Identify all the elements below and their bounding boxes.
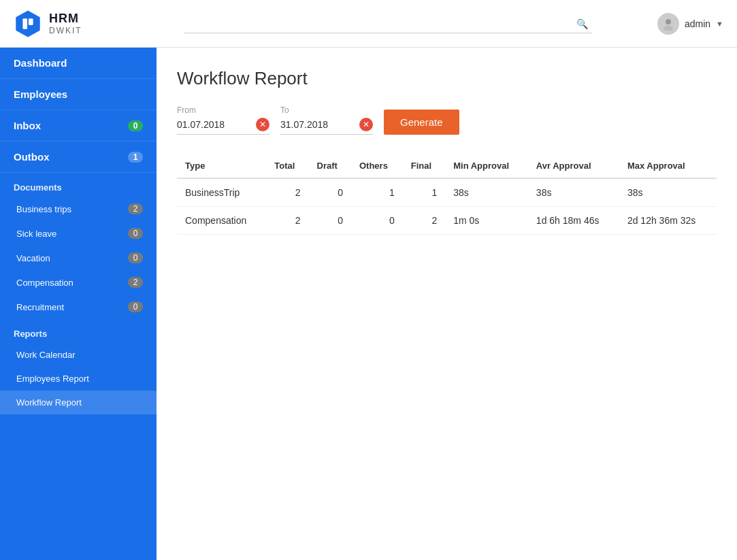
sidebar-item-employees[interactable]: Employees <box>0 79 157 110</box>
sidebar-item-label: Work Calendar <box>16 350 75 360</box>
svg-marker-0 <box>16 10 39 36</box>
sidebar-item-inbox[interactable]: Inbox 0 <box>0 110 157 142</box>
sidebar-item-label: Employees <box>14 88 67 100</box>
cell-max-approval: 38s <box>619 178 717 207</box>
from-input[interactable] <box>177 119 252 130</box>
sidebar-item-work-calendar[interactable]: Work Calendar <box>0 343 157 367</box>
header: HRM DWKIT 🔍 admin ▼ <box>0 0 737 48</box>
sidebar-section-documents: Documents <box>0 173 157 197</box>
cell-final: 2 <box>403 207 445 235</box>
main-layout: Dashboard Employees Inbox 0 Outbox 1 Doc… <box>0 48 737 560</box>
to-clear-button[interactable]: ✕ <box>359 118 373 131</box>
col-draft: Draft <box>309 154 351 178</box>
cell-min-approval: 1m 0s <box>445 207 528 235</box>
table-row: BusinessTrip 2 0 1 1 38s 38s 38s <box>177 178 717 207</box>
sidebar-item-label: Vacation <box>16 253 50 263</box>
cell-total: 2 <box>266 207 308 235</box>
to-label: To <box>280 105 373 115</box>
sidebar-item-label: Business trips <box>16 204 71 214</box>
search-input[interactable] <box>184 14 592 33</box>
sidebar-item-label: Outbox <box>14 151 50 163</box>
sick-leave-badge: 0 <box>128 228 143 239</box>
from-label: From <box>177 105 269 115</box>
from-clear-button[interactable]: ✕ <box>256 118 269 131</box>
report-table: Type Total Draft Others Final Min Approv… <box>177 154 717 235</box>
content-area: Workflow Report From ✕ To ✕ Generate <box>157 48 737 560</box>
business-trips-badge: 2 <box>128 203 143 214</box>
search-area: 🔍 <box>170 14 657 33</box>
sidebar: Dashboard Employees Inbox 0 Outbox 1 Doc… <box>0 48 157 560</box>
col-final: Final <box>403 154 445 178</box>
sidebar-item-label: Dashboard <box>14 57 67 69</box>
sidebar-item-employees-report[interactable]: Employees Report <box>0 367 157 391</box>
sidebar-item-outbox[interactable]: Outbox 1 <box>0 142 157 173</box>
svg-point-3 <box>666 19 671 24</box>
sidebar-item-workflow-report[interactable]: Workflow Report <box>0 391 157 414</box>
cell-final: 1 <box>403 178 445 207</box>
cell-draft: 0 <box>309 178 351 207</box>
col-max-approval: Max Approval <box>619 154 717 178</box>
user-menu[interactable]: admin ▼ <box>657 13 723 35</box>
cell-avr-approval: 38s <box>528 178 619 207</box>
logo-hrm: HRM <box>49 12 82 27</box>
sidebar-item-label: Employees Report <box>16 374 89 384</box>
recruitment-badge: 0 <box>128 301 143 312</box>
sidebar-item-dashboard[interactable]: Dashboard <box>0 48 157 79</box>
svg-point-4 <box>664 26 673 31</box>
sidebar-item-label: Workflow Report <box>16 397 82 408</box>
cell-total: 2 <box>266 178 308 207</box>
logo-text: HRM DWKIT <box>49 12 82 36</box>
sidebar-item-recruitment[interactable]: Recruitment 0 <box>0 295 157 319</box>
generate-button[interactable]: Generate <box>384 110 459 135</box>
col-type: Type <box>177 154 266 178</box>
sidebar-item-label: Recruitment <box>16 302 64 312</box>
chevron-down-icon: ▼ <box>716 20 723 28</box>
vacation-badge: 0 <box>128 252 143 263</box>
col-min-approval: Min Approval <box>445 154 528 178</box>
logo-area: HRM DWKIT <box>14 10 170 38</box>
cell-others: 0 <box>351 207 403 235</box>
logo-dwkit: DWKIT <box>49 26 82 35</box>
compensation-badge: 2 <box>128 277 143 288</box>
sidebar-item-compensation[interactable]: Compensation 2 <box>0 270 157 295</box>
page-title: Workflow Report <box>177 68 717 89</box>
avatar <box>657 13 679 35</box>
sidebar-section-reports: Reports <box>0 319 157 343</box>
cell-draft: 0 <box>309 207 351 235</box>
user-name: admin <box>685 18 710 29</box>
table-row: Compensation 2 0 0 2 1m 0s 1d 6h 18m 46s… <box>177 207 717 235</box>
sidebar-item-label: Compensation <box>16 278 73 288</box>
to-field: To ✕ <box>280 105 373 135</box>
logo-icon <box>14 10 42 38</box>
cell-avr-approval: 1d 6h 18m 46s <box>528 207 619 235</box>
table-header-row: Type Total Draft Others Final Min Approv… <box>177 154 717 178</box>
sidebar-item-business-trips[interactable]: Business trips 2 <box>0 197 157 221</box>
col-avr-approval: Avr Approval <box>528 154 619 178</box>
cell-type: BusinessTrip <box>177 178 266 207</box>
search-icon: 🔍 <box>576 18 588 29</box>
cell-min-approval: 38s <box>445 178 528 207</box>
outbox-badge: 1 <box>128 152 143 163</box>
to-input[interactable] <box>280 119 355 130</box>
sidebar-item-label: Inbox <box>14 120 41 131</box>
svg-rect-1 <box>22 18 27 29</box>
from-field: From ✕ <box>177 105 269 135</box>
sidebar-item-sick-leave[interactable]: Sick leave 0 <box>0 221 157 246</box>
cell-type: Compensation <box>177 207 266 235</box>
sidebar-item-vacation[interactable]: Vacation 0 <box>0 246 157 270</box>
sidebar-item-label: Sick leave <box>16 229 56 239</box>
col-total: Total <box>266 154 308 178</box>
cell-others: 1 <box>351 178 403 207</box>
cell-max-approval: 2d 12h 36m 32s <box>619 207 717 235</box>
svg-rect-2 <box>29 18 33 25</box>
col-others: Others <box>351 154 403 178</box>
filter-row: From ✕ To ✕ Generate <box>177 105 717 135</box>
inbox-badge: 0 <box>128 120 143 131</box>
